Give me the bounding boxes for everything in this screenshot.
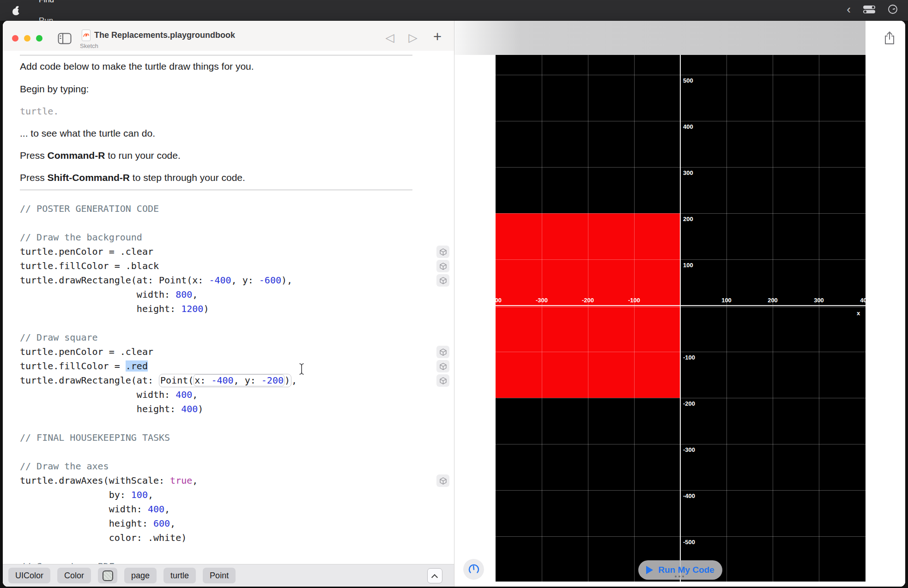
- cube-icon[interactable]: [436, 274, 449, 287]
- text-segment: 400: [176, 389, 192, 400]
- text-segment: ): [198, 403, 203, 414]
- close-button[interactable]: [12, 35, 18, 42]
- text-segment: turtle.drawRectangle(at:: [20, 375, 159, 386]
- speedometer-icon: [467, 563, 480, 576]
- code-line[interactable]: [20, 445, 452, 459]
- code-line[interactable]: width: 800,: [20, 288, 452, 302]
- text-segment: width:: [20, 289, 176, 300]
- gridline: [542, 55, 542, 582]
- code-line[interactable]: width: 400,: [20, 502, 452, 516]
- menu-item-find[interactable]: Find: [32, 0, 93, 11]
- completion-item-page[interactable]: page: [124, 568, 157, 583]
- code-line[interactable]: // FINAL HOUSEKEEPING TASKS: [20, 431, 452, 445]
- completion-item-turtle[interactable]: turtle: [163, 568, 196, 583]
- cube-icon[interactable]: [436, 260, 449, 272]
- y-tick-label: -100: [683, 354, 695, 361]
- text-segment: ,: [192, 475, 198, 486]
- text-segment: ,: [148, 489, 153, 500]
- code-line[interactable]: by: 100,: [20, 488, 452, 502]
- y-tick-label: -400: [683, 492, 695, 499]
- cube-icon[interactable]: [436, 374, 449, 387]
- chevron-left-icon[interactable]: ‹: [847, 0, 851, 20]
- text-segment: ... to see what the turtle can do.: [20, 128, 155, 138]
- code-line[interactable]: height: 600,: [20, 516, 452, 531]
- text-cursor-icon: [298, 363, 305, 377]
- cube-icon[interactable]: [436, 346, 449, 358]
- text-segment: ,: [170, 518, 176, 529]
- text-segment: x:: [194, 375, 211, 386]
- text-segment: width:: [20, 504, 148, 515]
- window-subtitle: Sketch: [80, 42, 98, 49]
- collapse-button[interactable]: [427, 568, 442, 583]
- text-segment: -400: [209, 275, 231, 286]
- back-button[interactable]: ◁: [383, 31, 397, 44]
- cube-icon[interactable]: [436, 474, 449, 487]
- completion-item-uicolor[interactable]: UIColor: [8, 568, 50, 583]
- text-segment: , y:: [231, 275, 259, 286]
- x-tick-label: -300: [536, 297, 548, 304]
- x-tick-label: -200: [582, 297, 594, 304]
- text-segment: ): [285, 375, 290, 386]
- forward-button[interactable]: ▷: [406, 31, 420, 44]
- text-segment: ): [203, 303, 209, 314]
- text-segment: width:: [20, 389, 176, 400]
- code-line[interactable]: // Draw square: [20, 330, 452, 345]
- code-line[interactable]: [20, 316, 452, 330]
- instruction-paragraph: Add code below to make the turtle draw t…: [20, 61, 254, 72]
- code-line[interactable]: // Draw the axes: [20, 459, 452, 474]
- code-line[interactable]: turtle.fillColor = .red: [20, 359, 452, 373]
- sidebar-toggle-icon[interactable]: [58, 33, 72, 44]
- code-line[interactable]: turtle.drawRectangle(at: Point(x: -400, …: [20, 373, 452, 388]
- titlebar: The Replacements.playgroundbook Sketch ◁…: [3, 21, 454, 51]
- code-listing[interactable]: // POSTER GENERATION CODE// Draw the bac…: [20, 202, 452, 574]
- text-segment: ,: [291, 375, 297, 386]
- text-segment: x: -400, y: -200: [194, 374, 285, 386]
- code-line[interactable]: turtle.fillColor = .black: [20, 259, 452, 273]
- code-line[interactable]: color: .white): [20, 531, 452, 545]
- code-editor-pane[interactable]: Add code below to make the turtle draw t…: [3, 51, 454, 587]
- code-line[interactable]: turtle.drawRectangle(at: Point(x: -400, …: [20, 273, 452, 288]
- gridline: [726, 55, 727, 582]
- minimize-button[interactable]: [24, 35, 30, 42]
- cube-icon[interactable]: [436, 360, 449, 372]
- code-line[interactable]: [20, 545, 452, 559]
- code-line[interactable]: [20, 416, 452, 431]
- code-line[interactable]: height: 400): [20, 402, 452, 416]
- code-line[interactable]: // POSTER GENERATION CODE: [20, 202, 452, 216]
- code-line[interactable]: height: 1200): [20, 302, 452, 316]
- text-segment: -200: [261, 375, 284, 386]
- instruction-paragraph: Press Command-R to run your code.: [20, 150, 181, 161]
- completion-item-color[interactable]: Color: [57, 568, 91, 583]
- apple-menu-icon[interactable]: [12, 6, 20, 15]
- clock-icon[interactable]: [888, 4, 898, 17]
- code-line[interactable]: turtle.drawAxes(withScale: true,: [20, 474, 452, 488]
- shortcut-bar: UIColorColorpageturtlePoint: [3, 564, 454, 587]
- cube-icon[interactable]: [436, 246, 449, 258]
- x-axis-name-label: x: [857, 310, 860, 317]
- text-segment: Point(x: -400, y: -200): [159, 374, 291, 387]
- text-segment: height:: [20, 303, 181, 314]
- code-line[interactable]: width: 400,: [20, 388, 452, 402]
- share-button[interactable]: [884, 31, 896, 45]
- completion-item-point[interactable]: Point: [203, 568, 236, 583]
- text-segment: , y:: [234, 375, 261, 386]
- run-speed-button[interactable]: [463, 559, 484, 580]
- control-center-icon[interactable]: [863, 5, 876, 16]
- play-icon: [646, 566, 653, 574]
- code-line[interactable]: turtle.penColor = .clear: [20, 345, 452, 359]
- zoom-button[interactable]: [36, 35, 42, 42]
- y-tick-label: 200: [683, 216, 693, 222]
- completion-item-color-swatch[interactable]: [98, 568, 117, 583]
- text-segment: Point(: [160, 375, 194, 386]
- text-segment: color: .white): [20, 532, 187, 543]
- x-tick-label: 300: [814, 297, 824, 304]
- code-line[interactable]: [20, 216, 452, 230]
- code-line[interactable]: turtle.penColor = .clear: [20, 245, 452, 259]
- text-segment: height:: [20, 518, 153, 529]
- add-button[interactable]: +: [430, 29, 444, 45]
- chevron-up-icon: [431, 574, 438, 581]
- code-line[interactable]: // Draw the background: [20, 230, 452, 245]
- y-tick-label: 400: [683, 123, 693, 130]
- y-tick-label: 300: [683, 169, 693, 176]
- text-segment: // Draw the axes: [20, 461, 109, 472]
